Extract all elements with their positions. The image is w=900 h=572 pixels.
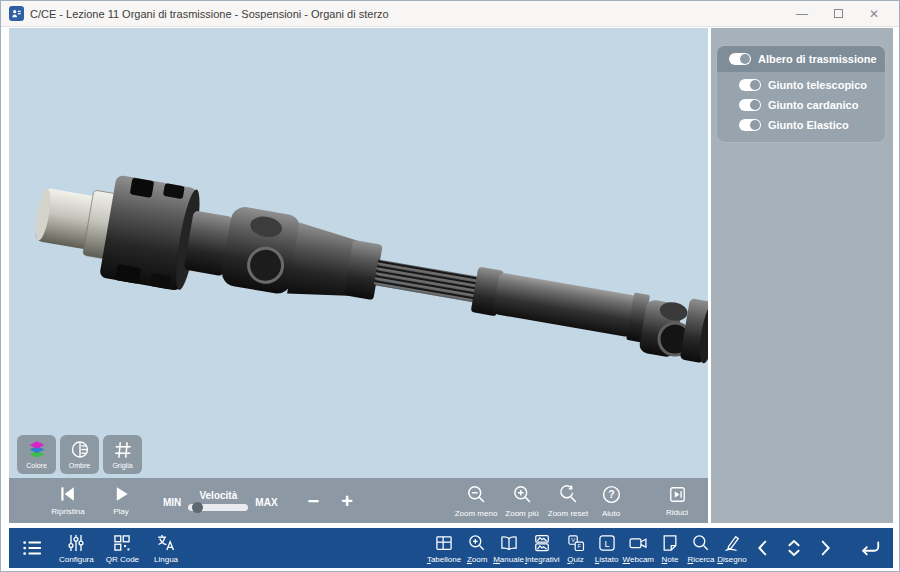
qr-code-button[interactable]: QR Code — [106, 533, 139, 564]
letter-l-icon: L — [597, 533, 617, 553]
titlebar: C/CE - Lezione 11 Organi di trasmissione… — [1, 1, 899, 27]
toolbar-center-group: Tabellone Zoom Manuale In — [427, 533, 747, 564]
svg-text:?: ? — [608, 488, 614, 500]
webcam-button[interactable]: Webcam — [623, 533, 654, 564]
skip-to-start-icon — [58, 485, 78, 503]
layer-row-elastic: Giunto Elastico — [717, 115, 885, 135]
zoom-label: Zoom — [467, 555, 487, 564]
drawing-label: Disegno — [717, 555, 746, 564]
shading-icon — [69, 439, 91, 461]
quiz-button[interactable]: V F Quiz — [561, 533, 591, 564]
zoom-in-button[interactable]: Zoom più — [502, 484, 542, 518]
manual-button[interactable]: Manuale — [493, 533, 524, 564]
layer-row-telescopic: Giunto telescopico — [717, 75, 885, 95]
listing-button[interactable]: L Listato — [592, 533, 622, 564]
language-button[interactable]: Lingua — [151, 533, 181, 564]
collapse-panel-icon — [668, 485, 687, 504]
telescopic-joint-toggle[interactable] — [739, 79, 761, 91]
speed-increase-button[interactable]: + — [341, 491, 353, 511]
restart-button[interactable]: Ripristina — [45, 485, 91, 516]
speed-slider-knob[interactable] — [192, 502, 203, 513]
right-sidebar: Albero di trasmissione Giunto telescopic… — [711, 28, 893, 523]
layer-row-cardanic: Giunto cardanico — [717, 95, 885, 115]
speed-title: Velocità — [199, 490, 237, 501]
close-button[interactable]: ✕ — [869, 8, 879, 20]
elastic-joint-label: Giunto Elastico — [768, 119, 849, 131]
configure-button[interactable]: Configura — [59, 533, 94, 564]
webcam-label: Webcam — [623, 555, 654, 564]
board-button[interactable]: Tabellone — [427, 533, 461, 564]
speed-min-label: MIN — [163, 497, 181, 511]
svg-text:F: F — [577, 543, 581, 549]
toolbar-nav-group — [747, 537, 885, 559]
zoom-out-icon — [466, 484, 487, 505]
quiz-label: Quiz — [567, 555, 583, 564]
minimize-button[interactable]: — — [796, 8, 808, 20]
zoom-in-icon — [467, 533, 487, 553]
configure-label: Configura — [59, 555, 94, 564]
play-button[interactable]: Play — [101, 485, 141, 516]
layers-panel-header: Albero di trasmissione — [717, 46, 885, 72]
zoom-reset-label: Zoom reset — [548, 509, 588, 518]
return-arrow-icon — [858, 537, 882, 559]
board-label: Tabellone — [427, 555, 461, 564]
help-button[interactable]: ? Aiuto — [594, 484, 628, 518]
search-icon — [691, 533, 711, 553]
driveshaft-3d-model — [9, 28, 708, 478]
grid-icon — [112, 439, 134, 461]
nav-next-button[interactable] — [809, 537, 840, 559]
listing-label: Listato — [595, 555, 619, 564]
drawing-button[interactable]: Disegno — [717, 533, 747, 564]
shadows-button[interactable]: Ombre — [60, 435, 99, 474]
toolbar-left-group: Configura QR Code Lingua — [17, 533, 181, 564]
nav-previous-button[interactable] — [747, 537, 778, 559]
notes-label: Note — [662, 555, 679, 564]
color-layers-icon — [26, 439, 48, 461]
supplements-button[interactable]: Integrativi — [525, 533, 560, 564]
nav-expand-button[interactable] — [778, 537, 809, 559]
restart-label: Ripristina — [51, 507, 84, 516]
color-button[interactable]: Colore — [17, 435, 56, 474]
grid-button[interactable]: Griglia — [103, 435, 142, 474]
collapse-panel-label: Riduci — [666, 508, 688, 517]
search-button[interactable]: Ricerca — [686, 533, 716, 564]
stacked-images-icon — [532, 533, 552, 553]
zoom-button[interactable]: Zoom — [462, 533, 492, 564]
view-options: Colore Ombre Griglia — [17, 435, 142, 474]
menu-list-icon — [21, 537, 43, 559]
chevron-right-icon — [814, 537, 836, 559]
speed-slider[interactable] — [188, 504, 248, 511]
telescopic-joint-label: Giunto telescopico — [768, 79, 867, 91]
notes-button[interactable]: Note — [655, 533, 685, 564]
driveshaft-toggle[interactable] — [729, 53, 751, 65]
zoom-reset-button[interactable]: Zoom reset — [548, 484, 588, 518]
return-button[interactable] — [854, 537, 885, 559]
language-icon — [156, 533, 176, 553]
speed-max-label: MAX — [255, 497, 277, 511]
note-page-icon — [660, 533, 680, 553]
cardanic-joint-toggle[interactable] — [739, 99, 761, 111]
help-icon: ? — [601, 484, 622, 505]
board-grid-icon — [434, 533, 454, 553]
play-label: Play — [113, 507, 129, 516]
shadows-button-label: Ombre — [69, 462, 90, 469]
play-icon — [111, 485, 131, 503]
pen-icon — [722, 533, 742, 553]
collapse-panel-button[interactable]: Riduci — [660, 485, 694, 517]
zoom-reset-icon — [558, 484, 579, 505]
open-book-icon — [499, 533, 519, 553]
elastic-joint-toggle[interactable] — [739, 119, 761, 131]
supplements-label: Integrativi — [525, 555, 560, 564]
zoom-out-button[interactable]: Zoom meno — [456, 484, 496, 518]
driveshaft-label: Albero di trasmissione — [758, 53, 877, 65]
help-label: Aiuto — [602, 509, 620, 518]
menu-list-button[interactable] — [17, 537, 47, 559]
eye-icon[interactable] — [884, 53, 885, 65]
3d-viewport[interactable]: Colore Ombre Griglia — [9, 28, 708, 478]
svg-text:L: L — [604, 538, 609, 548]
cardanic-joint-label: Giunto cardanico — [768, 99, 858, 111]
speed-decrease-button[interactable]: − — [308, 491, 320, 511]
main-toolbar: Configura QR Code Lingua — [9, 528, 893, 568]
maximize-button[interactable] — [834, 8, 843, 20]
window-title: C/CE - Lezione 11 Organi di trasmissione… — [30, 8, 389, 20]
